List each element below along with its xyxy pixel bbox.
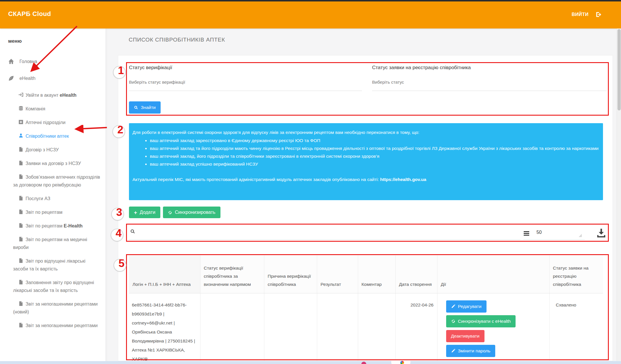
file-icon bbox=[18, 236, 24, 242]
sidebar-item-home[interactable]: Головна bbox=[0, 58, 105, 65]
page-title: СПИСОК СПІВРОБІТНИКІВ АПТЕК bbox=[129, 37, 225, 43]
info-intro: Для роботи в електронній системі охорони… bbox=[132, 128, 600, 136]
sidebar-item-recipe-report-ehealth[interactable]: Звіт по рецептам E-Health bbox=[0, 222, 105, 230]
sidebar-item-unredeemed-recipes-new[interactable]: Звіт за непогашеними рецептами (новий) bbox=[0, 300, 105, 316]
request-select-underline bbox=[372, 91, 607, 91]
sidebar-item-unredeemed-recipes[interactable]: Звіт за непогашеними рецептами bbox=[0, 322, 105, 329]
info-bullet-list: ваш аптечний заклад зареєстровано в Єдин… bbox=[132, 137, 600, 168]
sign-out-icon bbox=[595, 11, 602, 18]
file-icon bbox=[18, 174, 24, 179]
col-header-result: Результат bbox=[317, 255, 358, 293]
sync-ehealth-button[interactable]: Синхронізувати с eHealth bbox=[446, 315, 516, 327]
file-icon bbox=[18, 160, 24, 166]
sidebar-menu-title: меню bbox=[8, 38, 105, 44]
search-icon bbox=[130, 229, 135, 234]
taskbar-app-icon bbox=[361, 362, 366, 364]
col-header-identity: Логін + П.І.Б + ІНН + Аптека bbox=[129, 255, 200, 293]
page-size-underline bbox=[523, 239, 585, 240]
info-bullet: ваш аптечний заклад успішно верифіковани… bbox=[150, 160, 600, 168]
browser-icon bbox=[400, 361, 404, 364]
sidebar-item-fill-dispensed-drugs-report[interactable]: Заповнення звіту про відпущені лікарські… bbox=[0, 279, 105, 294]
edit-button[interactable]: Редагувати bbox=[446, 300, 487, 313]
list-icon bbox=[524, 231, 529, 236]
employees-table: Логін + П.І.Б + ІНН + Аптека Статус вери… bbox=[129, 255, 603, 361]
sidebar-item-az-services[interactable]: Послуги АЗ bbox=[0, 195, 105, 202]
col-header-verification-status: Статус верифікації співробітника за визн… bbox=[200, 255, 264, 293]
change-password-button[interactable]: Змінити пароль bbox=[446, 345, 496, 357]
logout-label: ВИЙТИ bbox=[572, 12, 588, 17]
page-size-select[interactable]: 50 bbox=[536, 230, 542, 235]
cell-identity: 6e857661-3414-46f2-bb76-b96093d1e7b9 | c… bbox=[129, 293, 200, 361]
sidebar: меню Головна eHealth Увійти в акаунт eHe… bbox=[0, 28, 105, 364]
col-header-actions: Дії bbox=[437, 255, 549, 293]
info-bullet: ваш аптечний заклад зареєстровано в Єдин… bbox=[150, 137, 600, 144]
sidebar-item-pharmacy-units[interactable]: Аптечні підрозділи bbox=[0, 119, 105, 126]
sidebar-nav: Головна eHealth Увійти в акаунт eHealth … bbox=[0, 58, 105, 329]
info-bullet: ваш аптечний заклад, його підрозділи та … bbox=[150, 152, 600, 160]
file-icon bbox=[18, 196, 24, 201]
plus-icon: + bbox=[134, 210, 137, 215]
cell-actions: Редагувати Синхронізувати с eHealth Деак… bbox=[437, 293, 549, 361]
cell-verification-reason bbox=[264, 293, 317, 361]
find-button[interactable]: Знайти bbox=[129, 101, 161, 114]
app-screen: СКАРБ Cloud ВИЙТИ меню Головна eHealth У… bbox=[0, 0, 621, 364]
brand-logo[interactable]: СКАРБ Cloud bbox=[8, 10, 51, 18]
synchronize-button[interactable]: Синхронизировать bbox=[163, 207, 220, 218]
cell-result bbox=[317, 293, 358, 361]
sidebar-item-company[interactable]: Компанія bbox=[0, 105, 105, 113]
home-icon bbox=[8, 58, 14, 64]
col-header-verification-reason: Причина верифікації співробітника bbox=[264, 255, 317, 293]
search-icon bbox=[134, 105, 138, 110]
add-button[interactable]: + Додати bbox=[129, 207, 160, 218]
sidebar-item-ehealth[interactable]: eHealth bbox=[0, 74, 105, 82]
pencil-icon bbox=[451, 304, 455, 309]
scrollbar-thumb[interactable] bbox=[618, 29, 621, 110]
search-underline bbox=[129, 239, 521, 240]
app-header: СКАРБ Cloud ВИЙТИ bbox=[0, 1, 621, 28]
file-icon bbox=[18, 279, 24, 285]
file-icon bbox=[18, 223, 24, 228]
table-search-input[interactable] bbox=[137, 228, 515, 237]
sidebar-item-reimbursement-obligations[interactable]: Зобов’язання аптечних підрозділів за дог… bbox=[0, 173, 105, 189]
verification-status-label: Статус верифікації bbox=[129, 65, 172, 71]
page-scrollbar[interactable] bbox=[617, 28, 621, 361]
logout-button[interactable]: ВИЙТИ bbox=[572, 11, 602, 18]
cell-comment bbox=[358, 293, 395, 361]
table-header-row: Логін + П.І.Б + ІНН + Аптека Статус вери… bbox=[129, 255, 603, 293]
leaf-icon bbox=[8, 75, 14, 81]
deactivate-button[interactable]: Деактивувати bbox=[446, 330, 484, 342]
cell-verification-status bbox=[200, 293, 264, 361]
col-header-comment: Коментар bbox=[358, 255, 395, 293]
file-icon bbox=[18, 301, 24, 306]
info-bullet: ваш аптечний заклад та його підрозділи м… bbox=[150, 144, 600, 152]
sync-icon bbox=[451, 319, 455, 323]
cell-created-date: 2022-04-26 bbox=[395, 293, 437, 361]
file-icon bbox=[18, 147, 24, 152]
sidebar-item-ehealth-login[interactable]: Увійти в акаунт eHealth bbox=[0, 91, 105, 99]
info-footer: Актуальний перелік МІС, які мають протес… bbox=[132, 175, 600, 183]
sidebar-item-nszu-contract-requests[interactable]: Заявки на договір з НСЗУ bbox=[0, 159, 105, 167]
sidebar-item-dispensed-drugs-report[interactable]: Звіт про відпущені лікарські засоби та ї… bbox=[0, 257, 105, 273]
taskbar-app-tile bbox=[391, 360, 410, 364]
info-box: Для роботи в електронній системі охорони… bbox=[129, 123, 603, 200]
sidebar-item-nszu-contract[interactable]: Договір з НСЗУ bbox=[0, 146, 105, 154]
plus-square-icon bbox=[18, 119, 24, 125]
request-status-label: Статус заявки на реєстрацію співробітник… bbox=[372, 65, 471, 71]
users-icon bbox=[18, 133, 24, 138]
download-icon[interactable] bbox=[596, 228, 606, 238]
sidebar-item-medical-devices-report[interactable]: Звіт по рецептам на медичні вироби bbox=[0, 236, 105, 251]
resize-grip-icon bbox=[579, 234, 582, 237]
ehealth-link[interactable]: https://ehealth.gov.ua bbox=[380, 177, 426, 182]
os-taskbar bbox=[0, 361, 621, 364]
sidebar-item-recipe-report[interactable]: Звіт по рецептам bbox=[0, 208, 105, 216]
sign-in-icon bbox=[18, 92, 24, 97]
request-status-select[interactable]: Виберіть статус bbox=[372, 80, 404, 85]
table-row: 6e857661-3414-46f2-bb76-b96093d1e7b9 | c… bbox=[129, 293, 603, 361]
file-icon bbox=[18, 322, 24, 328]
pencil-icon bbox=[451, 349, 455, 353]
sidebar-item-pharmacy-employees[interactable]: Співробітники аптек bbox=[0, 132, 105, 140]
col-header-request-status: Статус заявки на реєстрацію співробітник… bbox=[549, 255, 603, 293]
verification-status-select[interactable]: Виберіть статус верифікації bbox=[129, 80, 185, 85]
col-header-created-date: Дата створення bbox=[395, 255, 437, 293]
os-top-strip bbox=[0, 0, 621, 1]
